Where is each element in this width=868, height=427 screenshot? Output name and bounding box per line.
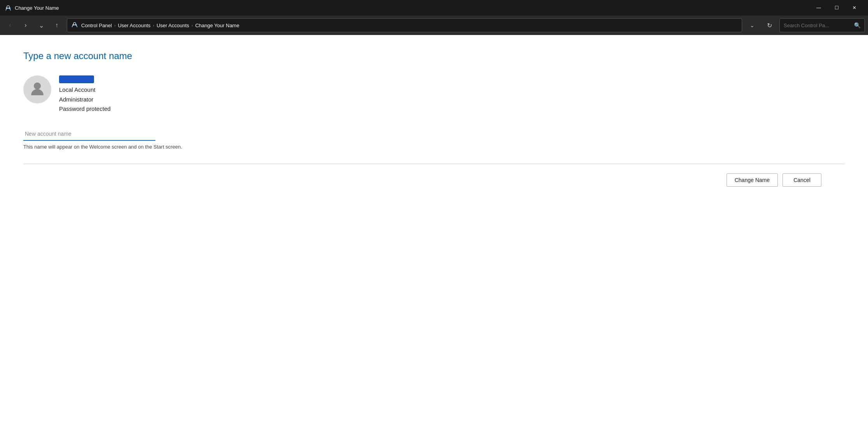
account-info: Local Account Administrator Password pro… [59, 75, 111, 114]
user-avatar-icon [29, 80, 45, 100]
breadcrumb-sep-1: › [114, 23, 116, 28]
window-controls: — ☐ ✕ [810, 0, 863, 16]
title-bar: Change Your Name — ☐ ✕ [0, 0, 868, 16]
hint-text: This name will appear on the Welcome scr… [23, 144, 845, 150]
navigation-bar: ‹ › ⌄ ↑ Control Panel › User Accounts › … [0, 16, 868, 35]
svg-point-4 [75, 24, 77, 26]
up-button[interactable]: ↑ [50, 18, 64, 32]
back-button[interactable]: ‹ [3, 18, 17, 32]
change-name-button[interactable]: Change Name [727, 173, 778, 187]
action-buttons: Change Name Cancel [23, 173, 845, 187]
search-box: 🔍 [779, 18, 865, 32]
svg-point-6 [34, 82, 41, 89]
account-section: Local Account Administrator Password pro… [23, 75, 845, 114]
dropdown-button[interactable]: ⌄ [34, 18, 48, 32]
breadcrumb: Control Panel › User Accounts › User Acc… [81, 23, 738, 28]
address-bar[interactable]: Control Panel › User Accounts › User Acc… [67, 18, 742, 32]
breadcrumb-sep-2: › [153, 23, 154, 28]
breadcrumb-sep-3: › [192, 23, 193, 28]
breadcrumb-user-accounts-1[interactable]: User Accounts [118, 23, 150, 28]
account-role: Administrator [59, 95, 111, 104]
new-account-name-input[interactable] [23, 128, 155, 141]
svg-point-5 [72, 24, 74, 26]
search-input[interactable] [784, 23, 852, 28]
input-section: This name will appear on the Welcome scr… [23, 128, 845, 150]
maximize-button[interactable]: ☐ [828, 0, 845, 16]
page-title: Type a new account name [23, 51, 845, 61]
breadcrumb-user-accounts-2[interactable]: User Accounts [157, 23, 189, 28]
avatar [23, 75, 51, 103]
username-redacted [59, 75, 94, 83]
svg-point-2 [6, 7, 7, 9]
breadcrumb-control-panel[interactable]: Control Panel [81, 23, 112, 28]
account-type: Local Account [59, 86, 111, 94]
search-icon[interactable]: 🔍 [854, 22, 861, 28]
forward-button[interactable]: › [19, 18, 33, 32]
breadcrumb-change-your-name[interactable]: Change Your Name [195, 23, 239, 28]
svg-point-3 [73, 23, 76, 25]
close-button[interactable]: ✕ [845, 0, 863, 16]
window-icon [5, 4, 12, 11]
divider [23, 164, 845, 164]
main-content: Type a new account name Local Account Ad… [0, 35, 868, 427]
svg-point-1 [9, 7, 10, 9]
window-title: Change Your Name [15, 5, 810, 11]
address-dropdown-button[interactable]: ⌄ [745, 18, 759, 32]
refresh-button[interactable]: ↻ [762, 18, 776, 32]
cancel-button[interactable]: Cancel [783, 173, 821, 187]
account-password-status: Password protected [59, 105, 111, 114]
address-bar-icon [71, 21, 78, 30]
minimize-button[interactable]: — [810, 0, 828, 16]
